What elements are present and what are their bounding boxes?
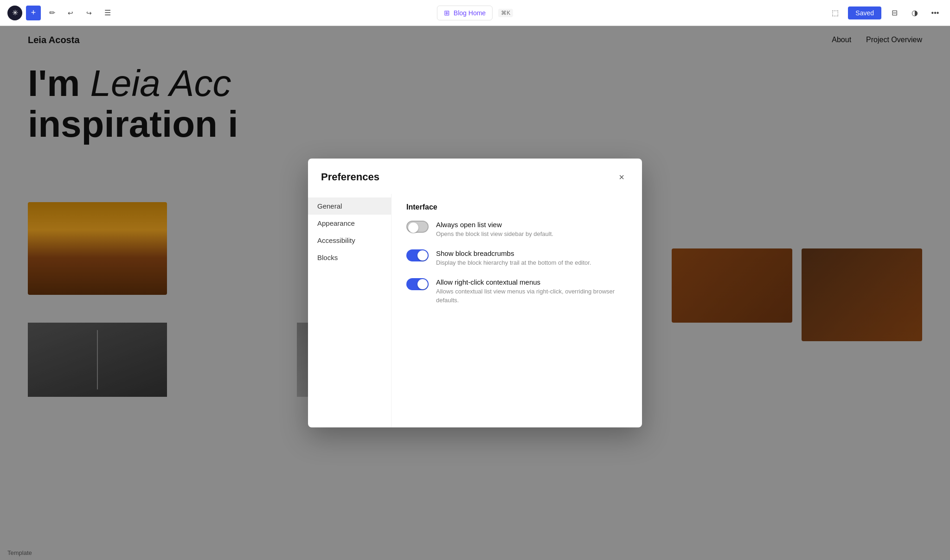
preferences-modal: Preferences × General Appearance Accessi… <box>308 159 642 427</box>
logo-symbol: ✳ <box>12 8 18 17</box>
add-icon: + <box>31 8 36 18</box>
redo-button[interactable]: ↪ <box>82 6 96 20</box>
redo-icon: ↪ <box>86 9 92 17</box>
modal-content: Interface Always open list view Opens th… <box>392 194 642 427</box>
section-title: Interface <box>406 203 627 211</box>
preview-icon: ⬚ <box>832 8 839 17</box>
toggle-info-list-view: Always open list view Opens the block li… <box>436 221 627 238</box>
toolbar-right: ⬚ Saved ⊟ ◑ ••• <box>828 6 943 20</box>
modal-title: Preferences <box>321 171 379 183</box>
modal-header: Preferences × <box>308 159 642 194</box>
toggle-label-breadcrumbs: Show block breadcrumbs <box>436 249 627 257</box>
close-button[interactable]: × <box>614 170 629 185</box>
undo-icon: ↩ <box>68 9 73 17</box>
toggle-desc-breadcrumbs: Display the block hierarchy trail at the… <box>436 259 627 267</box>
toolbar-center: ⊞ Blog Home ⌘K <box>437 6 513 20</box>
toolbar: ✳ + ✏ ↩ ↪ ☰ ⊞ Blog Home ⌘K ⬚ Saved <box>0 0 950 26</box>
undo-button[interactable]: ↩ <box>63 6 78 20</box>
toggle-breadcrumbs[interactable] <box>406 249 429 261</box>
toggle-contextual-menus[interactable] <box>406 278 429 290</box>
blog-home-icon: ⊞ <box>444 9 450 17</box>
preview-button[interactable]: ⬚ <box>828 6 842 20</box>
contrast-button[interactable]: ◑ <box>907 6 922 20</box>
toggle-row-list-view: Always open list view Opens the block li… <box>406 221 627 238</box>
sidebar-item-blocks[interactable]: Blocks <box>308 249 391 266</box>
saved-label: Saved <box>855 9 874 17</box>
toggle-info-breadcrumbs: Show block breadcrumbs Display the block… <box>436 249 627 267</box>
toggle-row-breadcrumbs: Show block breadcrumbs Display the block… <box>406 249 627 267</box>
add-button[interactable]: + <box>26 6 41 20</box>
blog-home-button[interactable]: ⊞ Blog Home <box>437 6 493 20</box>
layout-button[interactable]: ⊟ <box>887 6 902 20</box>
toolbar-left: ✳ + ✏ ↩ ↪ ☰ <box>7 6 115 20</box>
sidebar-item-general[interactable]: General <box>308 197 391 215</box>
modal-body: General Appearance Accessibility Blocks … <box>308 194 642 427</box>
menu-button[interactable]: ☰ <box>100 6 115 20</box>
toggle-info-contextual-menus: Allow right-click contextual menus Allow… <box>436 278 627 304</box>
toggle-row-contextual-menus: Allow right-click contextual menus Allow… <box>406 278 627 304</box>
layout-icon: ⊟ <box>892 8 898 17</box>
page-background: Leia Acosta About Project Overview I'm L… <box>0 26 950 560</box>
toggle-label-list-view: Always open list view <box>436 221 627 229</box>
toggle-list-view[interactable] <box>406 221 429 233</box>
logo-icon[interactable]: ✳ <box>7 6 22 20</box>
more-button[interactable]: ••• <box>928 6 943 20</box>
toggle-desc-contextual-menus: Allows contextual list view menus via ri… <box>436 287 627 304</box>
menu-icon: ☰ <box>104 8 111 17</box>
sidebar-item-accessibility[interactable]: Accessibility <box>308 232 391 249</box>
toggle-label-contextual-menus: Allow right-click contextual menus <box>436 278 627 286</box>
blog-home-label: Blog Home <box>454 9 486 17</box>
toggle-desc-list-view: Opens the block list view sidebar by def… <box>436 230 627 238</box>
close-icon: × <box>619 172 624 183</box>
sidebar-item-appearance[interactable]: Appearance <box>308 215 391 232</box>
pen-button[interactable]: ✏ <box>45 6 59 20</box>
pen-icon: ✏ <box>49 8 55 17</box>
shortcut-badge: ⌘K <box>498 9 513 17</box>
more-icon: ••• <box>931 9 939 17</box>
modal-sidebar: General Appearance Accessibility Blocks <box>308 194 392 427</box>
saved-button[interactable]: Saved <box>848 6 881 19</box>
contrast-icon: ◑ <box>911 8 918 17</box>
